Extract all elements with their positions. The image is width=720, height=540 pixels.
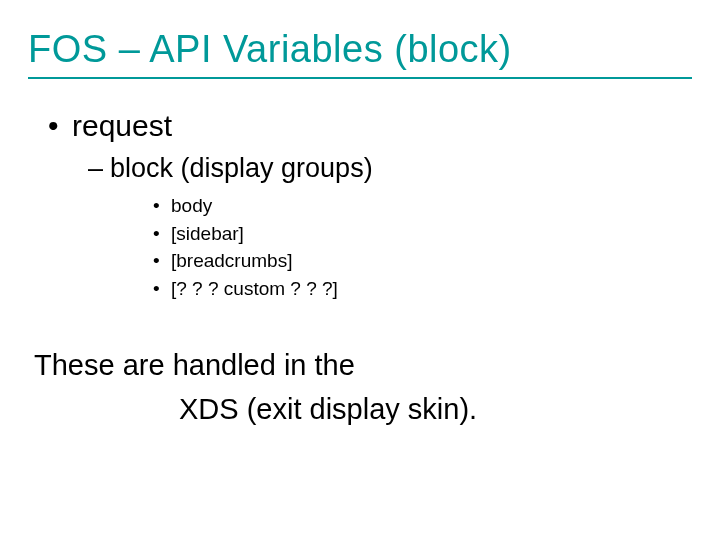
- footer-line-1: These are handled in the: [34, 344, 692, 388]
- bullet-text: body: [171, 195, 212, 216]
- bullet-icon: •: [153, 192, 171, 220]
- bullet-level-1: •request: [48, 109, 692, 143]
- slide-title: FOS – API Variables (block): [28, 28, 692, 71]
- bullet-icon: •: [48, 109, 72, 143]
- bullet-text: [? ? ? custom ? ? ?]: [171, 278, 338, 299]
- bullet-text: [sidebar]: [171, 223, 244, 244]
- list-item: •[breadcrumbs]: [153, 247, 692, 275]
- footer-text: These are handled in the XDS (exit displ…: [34, 344, 692, 431]
- list-item: •body: [153, 192, 692, 220]
- bullet-level-3-group: •body •[sidebar] •[breadcrumbs] •[? ? ? …: [153, 192, 692, 302]
- bullet-text: request: [72, 109, 172, 142]
- footer-line-2: XDS (exit display skin).: [179, 388, 692, 432]
- bullet-icon: •: [153, 247, 171, 275]
- bullet-icon: •: [153, 220, 171, 248]
- dash-icon: –: [88, 153, 110, 184]
- bullet-icon: •: [153, 275, 171, 303]
- title-rule: [28, 77, 692, 79]
- list-item: •[sidebar]: [153, 220, 692, 248]
- list-item: •[? ? ? custom ? ? ?]: [153, 275, 692, 303]
- bullet-text: block (display groups): [110, 153, 373, 183]
- bullet-text: [breadcrumbs]: [171, 250, 292, 271]
- slide: FOS – API Variables (block) •request –bl…: [0, 0, 720, 540]
- bullet-level-2: –block (display groups): [88, 153, 692, 184]
